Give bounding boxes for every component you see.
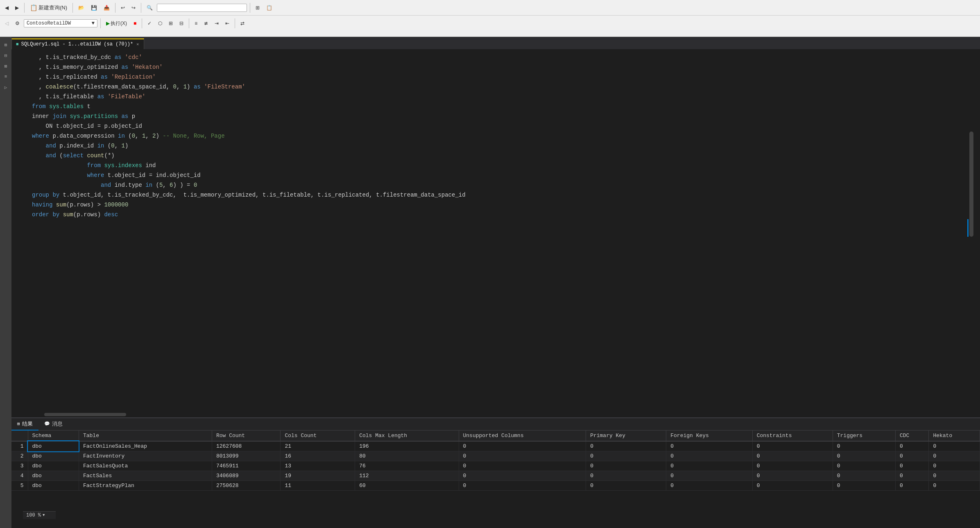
cell-primary-key[interactable]: 0: [586, 481, 666, 491]
cell-constraints[interactable]: 0: [752, 461, 833, 471]
line-content[interactable]: and ind.type in (5, 6) ) = 0: [32, 180, 980, 190]
cell-table[interactable]: FactInventory: [79, 451, 212, 461]
cell-primary-key[interactable]: 0: [586, 451, 666, 461]
cell-cdc[interactable]: 0: [895, 441, 929, 451]
line-content[interactable]: having sum(p.rows) > 1000000: [32, 200, 980, 210]
table-row[interactable]: 3dboFactSalesQuota746591113760000000: [11, 461, 980, 471]
cell-triggers[interactable]: 0: [833, 461, 895, 471]
cell-schema[interactable]: dbo: [28, 461, 79, 471]
line-content[interactable]: , t.is_tracked_by_cdc as 'cdc': [32, 52, 980, 62]
cell-constraints[interactable]: 0: [752, 441, 833, 451]
cell-cols-count[interactable]: 21: [281, 441, 355, 451]
line-content[interactable]: group by t.object_id, t.is_tracked_by_cd…: [32, 190, 980, 200]
undo-btn[interactable]: ↩: [118, 4, 127, 12]
editor-tab[interactable]: ■ SQLQuery1.sql - 1...etailDW (sa (70))*…: [11, 39, 144, 49]
cell-unsupported[interactable]: 0: [459, 441, 586, 451]
cell-cdc[interactable]: 0: [895, 461, 929, 471]
line-content[interactable]: from sys.tables t: [32, 102, 980, 111]
sidebar-icon-1[interactable]: ⊞: [1, 40, 10, 49]
back-button[interactable]: ◀: [2, 4, 11, 12]
cell-table[interactable]: FactSales: [79, 471, 212, 481]
line-content[interactable]: , coalesce(t.filestream_data_space_id, 0…: [32, 82, 980, 92]
table-row[interactable]: 2dboFactInventory801309916800000000: [11, 451, 980, 461]
cell-unsupported[interactable]: 0: [459, 451, 586, 461]
uncomment-btn[interactable]: ≢: [201, 19, 210, 27]
paste-btn[interactable]: 📋: [264, 4, 275, 12]
cell-cdc[interactable]: 0: [895, 481, 929, 491]
results-tab-results[interactable]: ⊞ 结果: [11, 418, 38, 431]
cell-foreign-keys[interactable]: 0: [666, 451, 752, 461]
cell-row-count[interactable]: 12627608: [212, 441, 280, 451]
zoom-dropdown-icon[interactable]: ▼: [43, 513, 45, 517]
table-row[interactable]: 1dboFactOnlineSales_Heap1262760821196000…: [11, 441, 980, 451]
results-table-wrap[interactable]: Schema Table Row Count Cols Count Cols M…: [11, 431, 980, 528]
cell-table[interactable]: FactStrategyPlan: [79, 481, 212, 491]
clientstats-btn[interactable]: ⊞: [166, 19, 175, 27]
line-content[interactable]: ON t.object_id = p.object_id: [32, 121, 980, 131]
cell-foreign-keys[interactable]: 0: [666, 481, 752, 491]
resultsto-btn[interactable]: ⊟: [177, 19, 186, 27]
table-row[interactable]: 4dboFactSales3406089191120000000: [11, 471, 980, 481]
cell-cols-max-len[interactable]: 196: [355, 441, 459, 451]
cell-cols-count[interactable]: 13: [281, 461, 355, 471]
cell-hekaton[interactable]: 0: [929, 451, 980, 461]
line-content[interactable]: from sys.indexes ind: [32, 161, 980, 170]
cell-rownum[interactable]: 1: [11, 441, 28, 451]
cell-triggers[interactable]: 0: [833, 441, 895, 451]
line-content[interactable]: order by sum(p.rows) desc: [32, 210, 980, 220]
cell-triggers[interactable]: 0: [833, 451, 895, 461]
cell-rownum[interactable]: 4: [11, 471, 28, 481]
cell-constraints[interactable]: 0: [752, 451, 833, 461]
unindent-btn[interactable]: ⇤: [223, 19, 232, 27]
cell-constraints[interactable]: 0: [752, 471, 833, 481]
cell-cdc[interactable]: 0: [895, 471, 929, 481]
redo-btn[interactable]: ↪: [129, 4, 138, 12]
sidebar-icon-2[interactable]: ⊟: [1, 51, 10, 60]
save-btn[interactable]: 💾: [88, 4, 100, 12]
cell-unsupported[interactable]: 0: [459, 481, 586, 491]
cell-rownum[interactable]: 3: [11, 461, 28, 471]
cell-foreign-keys[interactable]: 0: [666, 461, 752, 471]
cell-schema[interactable]: dbo: [28, 481, 79, 491]
editor-scrollbar-x-thumb[interactable]: [44, 413, 126, 416]
editor-scrollbar-thumb[interactable]: [969, 131, 973, 237]
new-query-btn[interactable]: 📋 新建查询(N): [27, 3, 70, 13]
cell-hekaton[interactable]: 0: [929, 461, 980, 471]
cell-triggers[interactable]: 0: [833, 481, 895, 491]
showplan-btn[interactable]: ⬡: [156, 19, 165, 27]
copy-btn[interactable]: ⊞: [253, 4, 262, 12]
indent-btn[interactable]: ⇥: [212, 19, 221, 27]
line-content[interactable]: inner join sys.partitions as p: [32, 111, 980, 121]
line-content[interactable]: where t.object_id = ind.object_id: [32, 170, 980, 180]
tab-close-btn[interactable]: ✕: [136, 42, 140, 47]
cell-primary-key[interactable]: 0: [586, 441, 666, 451]
cell-cols-max-len[interactable]: 80: [355, 451, 459, 461]
search-input[interactable]: [157, 4, 247, 12]
sidebar-icon-4[interactable]: ≡: [1, 72, 10, 81]
cell-cols-count[interactable]: 19: [281, 471, 355, 481]
editor-scrollbar-y[interactable]: [969, 61, 974, 412]
cell-rownum[interactable]: 5: [11, 481, 28, 491]
forward-button[interactable]: ▶: [13, 4, 21, 12]
search-btn[interactable]: 🔍: [144, 4, 155, 12]
cell-schema[interactable]: dbo: [28, 441, 79, 451]
cell-cols-max-len[interactable]: 112: [355, 471, 459, 481]
save-all-btn[interactable]: 📥: [101, 4, 112, 12]
cell-unsupported[interactable]: 0: [459, 461, 586, 471]
cell-primary-key[interactable]: 0: [586, 461, 666, 471]
comment-btn[interactable]: ≡: [192, 19, 200, 27]
line-content[interactable]: , t.is_filetable as 'FileTable': [32, 92, 980, 102]
cell-foreign-keys[interactable]: 0: [666, 441, 752, 451]
editor-scrollbar-x[interactable]: [11, 412, 980, 417]
stop-btn[interactable]: ■: [131, 19, 139, 27]
zoom-indicator[interactable]: 100 % ▼: [23, 511, 56, 519]
cell-cols-count[interactable]: 11: [281, 481, 355, 491]
line-content[interactable]: , t.is_replicated as 'Replication': [32, 72, 980, 82]
code-editor[interactable]: , t.is_tracked_by_cdc as 'cdc' , t.is_me…: [11, 49, 980, 412]
sidebar-icon-5[interactable]: ▷: [1, 83, 10, 92]
table-row[interactable]: 5dboFactStrategyPlan275062811600000000: [11, 481, 980, 491]
parse-btn[interactable]: ✓: [145, 19, 154, 27]
cell-cols-max-len[interactable]: 60: [355, 481, 459, 491]
line-content[interactable]: where p.data_compression in (0, 1, 2) --…: [32, 131, 980, 141]
cell-row-count[interactable]: 2750628: [212, 481, 280, 491]
